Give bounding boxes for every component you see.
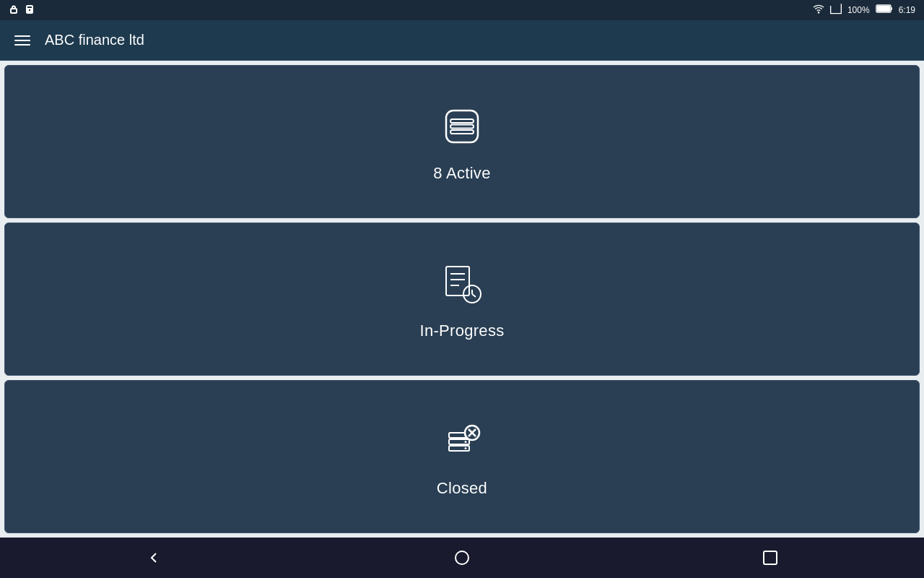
active-label: 8 Active — [433, 164, 490, 183]
bottom-nav — [0, 538, 924, 578]
recent-button[interactable] — [744, 543, 796, 572]
svg-rect-10 — [450, 130, 474, 134]
battery-icon — [876, 4, 893, 17]
battery-text: 100% — [847, 5, 870, 15]
svg-rect-6 — [877, 6, 890, 12]
closed-icon — [436, 415, 488, 467]
signal-icon — [830, 3, 842, 17]
in-progress-icon — [436, 258, 488, 310]
in-progress-label: In-Progress — [419, 322, 504, 340]
wifi-icon — [813, 3, 824, 17]
svg-point-22 — [465, 441, 467, 443]
app-bar: ABC finance ltd — [0, 20, 924, 61]
home-button[interactable] — [436, 543, 488, 572]
svg-rect-11 — [446, 267, 469, 296]
closed-label: Closed — [437, 479, 487, 498]
hamburger-menu-button[interactable] — [12, 33, 33, 48]
app-title: ABC finance ltd — [45, 32, 144, 48]
main-content: 8 Active In-Progress — [0, 61, 924, 538]
svg-rect-5 — [891, 7, 892, 10]
svg-rect-28 — [764, 551, 777, 564]
svg-point-3 — [818, 12, 819, 13]
svg-rect-2 — [28, 9, 31, 12]
closed-card[interactable]: Closed — [4, 380, 920, 533]
status-right-icons: 100% 6:19 — [813, 3, 915, 17]
svg-point-23 — [465, 447, 467, 449]
lock-icon — [9, 4, 19, 17]
back-button[interactable] — [128, 543, 180, 572]
active-card[interactable]: 8 Active — [4, 65, 920, 218]
sim-icon — [25, 4, 35, 17]
status-bar: 100% 6:19 — [0, 0, 924, 20]
svg-line-17 — [472, 294, 476, 297]
status-time: 6:19 — [899, 5, 915, 15]
svg-rect-8 — [450, 119, 474, 123]
svg-rect-0 — [11, 9, 17, 13]
in-progress-card[interactable]: In-Progress — [4, 223, 920, 376]
active-icon — [436, 100, 488, 152]
svg-rect-9 — [450, 125, 474, 129]
status-bar-left-icons — [9, 4, 35, 17]
svg-point-27 — [456, 551, 468, 564]
